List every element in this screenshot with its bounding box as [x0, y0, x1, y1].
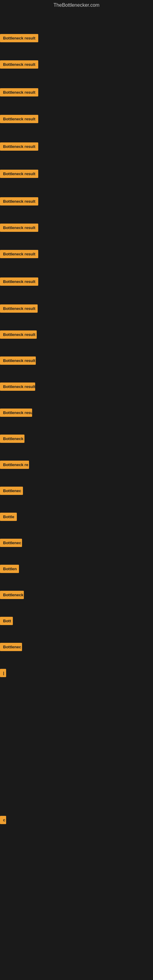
bottleneck-badge-3[interactable]: Bottleneck result [0, 88, 38, 97]
bottleneck-badge-14[interactable]: Bottleneck result [0, 382, 35, 391]
bottleneck-badge-9[interactable]: Bottleneck result [0, 250, 38, 258]
bottleneck-item-8: Bottleneck result [0, 224, 38, 233]
bottleneck-item-18: Bottlenec [0, 487, 23, 496]
bottleneck-item-2: Bottleneck result [0, 60, 38, 70]
bottleneck-item-13: Bottleneck result [0, 356, 36, 366]
bottleneck-badge-23[interactable]: Bott [0, 617, 13, 625]
bottleneck-badge-6[interactable]: Bottleneck result [0, 170, 38, 178]
bottleneck-item-5: Bottleneck result [0, 142, 38, 152]
bottleneck-badge-12[interactable]: Bottleneck result [0, 331, 37, 339]
bottleneck-item-4: Bottleneck result [0, 115, 38, 124]
bottleneck-item-25: | [0, 669, 6, 678]
bottleneck-badge-19[interactable]: Bottle [0, 513, 17, 521]
bottleneck-item-15: Bottleneck resu [0, 409, 32, 418]
bottleneck-item-19: Bottle [0, 513, 17, 522]
bottleneck-badge-24[interactable]: Bottlenec [0, 643, 22, 651]
bottleneck-item-24: Bottlenec [0, 643, 22, 652]
bottleneck-item-26: c [0, 816, 6, 825]
bottleneck-item-21: Bottlen [0, 565, 19, 574]
bottleneck-badge-4[interactable]: Bottleneck result [0, 115, 38, 123]
bottleneck-badge-26[interactable]: c [0, 816, 6, 824]
bottleneck-badge-10[interactable]: Bottleneck result [0, 277, 38, 286]
bottleneck-badge-16[interactable]: Bottleneck [0, 434, 24, 443]
bottleneck-item-10: Bottleneck result [0, 277, 38, 287]
bottleneck-item-6: Bottleneck result [0, 170, 38, 179]
bottleneck-badge-11[interactable]: Bottleneck result [0, 304, 38, 313]
bottleneck-item-11: Bottleneck result [0, 304, 38, 314]
site-title: TheBottlenecker.com [0, 0, 153, 10]
bottleneck-badge-13[interactable]: Bottleneck result [0, 356, 36, 365]
bottleneck-item-17: Bottleneck re [0, 461, 29, 470]
bottleneck-badge-21[interactable]: Bottlen [0, 565, 19, 573]
bottleneck-item-23: Bott [0, 617, 13, 626]
bottleneck-badge-15[interactable]: Bottleneck resu [0, 409, 32, 417]
bottleneck-badge-17[interactable]: Bottleneck re [0, 461, 29, 469]
bottleneck-item-14: Bottleneck result [0, 382, 35, 392]
bottleneck-item-3: Bottleneck result [0, 88, 38, 98]
bottleneck-badge-1[interactable]: Bottleneck result [0, 34, 38, 42]
bottleneck-item-16: Bottleneck [0, 434, 24, 444]
bottleneck-badge-22[interactable]: Bottleneck [0, 591, 24, 599]
bottleneck-item-1: Bottleneck result [0, 34, 38, 43]
bottleneck-badge-20[interactable]: Bottlenec [0, 539, 22, 547]
bottleneck-badge-5[interactable]: Bottleneck result [0, 142, 38, 151]
bottleneck-item-20: Bottlenec [0, 539, 22, 548]
bottleneck-item-7: Bottleneck result [0, 197, 38, 207]
bottleneck-item-9: Bottleneck result [0, 250, 38, 259]
bottleneck-item-22: Bottleneck [0, 591, 24, 600]
bottleneck-badge-18[interactable]: Bottlenec [0, 487, 23, 495]
bottleneck-item-12: Bottleneck result [0, 331, 37, 340]
bottleneck-badge-8[interactable]: Bottleneck result [0, 224, 38, 232]
bottleneck-badge-2[interactable]: Bottleneck result [0, 60, 38, 68]
bottleneck-badge-25[interactable]: | [0, 669, 6, 677]
bottleneck-badge-7[interactable]: Bottleneck result [0, 197, 38, 205]
